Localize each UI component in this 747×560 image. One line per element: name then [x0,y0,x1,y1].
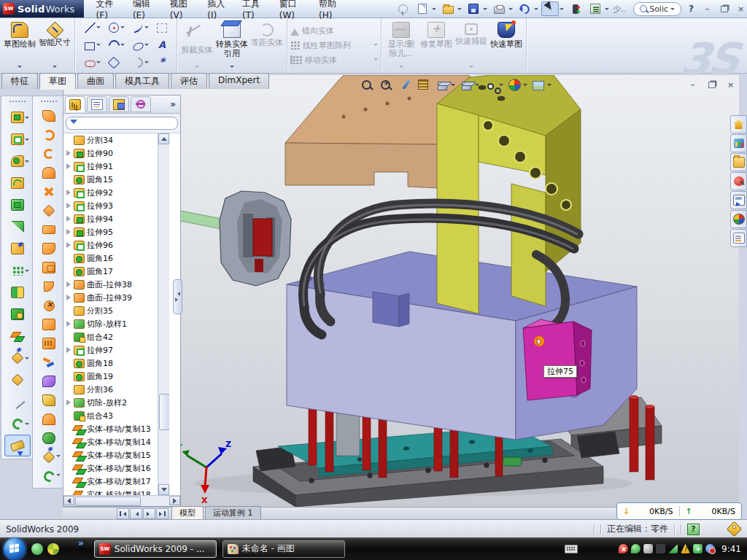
apply-scene-icon[interactable] [530,77,546,92]
panel-splitter[interactable] [173,279,182,314]
boundary-surface-icon[interactable] [36,182,62,201]
swept-surface-icon[interactable] [36,144,62,163]
tree-item[interactable]: 曲面-拉伸39 [63,291,169,304]
slot-tool[interactable] [78,55,101,71]
select-button[interactable] [541,1,559,16]
tree-item[interactable]: 拉伸94 [63,212,169,225]
extruded-cut-icon[interactable] [4,128,31,150]
tray-shield-plus-icon[interactable]: + [693,544,703,553]
expand-arrow-icon[interactable] [65,137,71,144]
app-restore-button[interactable] [718,4,730,14]
expand-arrow-icon[interactable] [65,203,71,209]
swept-boss-icon[interactable] [4,172,31,194]
tree-item[interactable]: 拉伸96 [63,238,169,252]
search-input[interactable]: Solic [649,4,668,14]
rapid-sketch-button[interactable]: 快速草图 [489,19,524,71]
extruded-surface-icon[interactable] [36,106,62,125]
rectangle-tool[interactable] [78,37,101,54]
custom-properties-tab[interactable] [730,229,747,247]
expand-arrow-icon[interactable] [65,439,71,446]
expand-arrow-icon[interactable] [65,268,71,275]
lofted-surface-icon[interactable] [36,163,62,182]
tree-horizontal-scrollbar[interactable] [63,495,180,506]
last-tab-button[interactable] [156,508,169,519]
split-icon[interactable] [4,281,31,303]
tree-item[interactable]: 拉伸90 [63,147,169,160]
expand-arrow-icon[interactable] [65,334,71,341]
taskbar-window-paint[interactable]: 未命名 - 画图 [222,540,345,558]
display-delete-relations-button[interactable]: 显示/删除几... [384,19,419,71]
boss-face-icon[interactable] [4,194,31,216]
motion-study-tab[interactable]: 运动算例 1 [205,506,261,520]
trim-surface-icon[interactable] [36,353,62,372]
tree-item[interactable]: 拉伸91 [63,160,169,173]
file-explorer-tab[interactable] [730,153,747,171]
arc-tool[interactable] [102,37,125,54]
tree-item[interactable]: 分割36 [63,383,169,396]
delete-face-icon[interactable] [36,296,62,315]
configuration-manager-tab[interactable] [109,96,129,112]
appearances-scenes-tab[interactable] [730,210,747,228]
expand-arrow-icon[interactable] [65,478,71,485]
tray-guard-icon[interactable] [631,544,640,553]
tree-item[interactable]: 实体-移动/复制17 [63,475,169,488]
view-orientation-icon[interactable] [458,77,474,92]
expand-arrow-icon[interactable] [65,321,71,327]
magnified-selection-icon[interactable] [396,77,412,92]
expand-arrow-icon[interactable] [65,386,71,393]
expand-arrow-icon[interactable] [65,295,71,301]
tree-item[interactable]: 组合43 [63,409,169,422]
part-magenta-block[interactable] [523,319,592,400]
expand-arrow-icon[interactable] [65,426,71,432]
solidworks-resources-tab[interactable] [730,115,747,133]
expand-arrow-icon[interactable] [65,373,71,380]
view-palette-tab[interactable] [730,191,747,209]
menu-item[interactable]: 插入(I) [201,0,236,23]
expand-arrow-icon[interactable] [65,150,71,157]
tree-item[interactable]: 圆角17 [63,265,169,278]
tree-item[interactable]: 实体-移动/复制15 [63,448,169,462]
tab-mold-tools[interactable]: 模具工具 [115,73,169,89]
expand-arrow-icon[interactable] [65,400,71,406]
panel-overflow-chevron[interactable]: » [170,99,179,109]
tree-item[interactable]: 拉伸93 [63,199,169,212]
help-button[interactable]: ? [689,4,694,14]
surface-sparkle-icon[interactable] [36,448,62,467]
quick-launch-chevron[interactable]: » [78,538,84,548]
next-tab-button[interactable] [143,508,155,519]
model-tab[interactable]: 模型 [171,506,204,520]
tab-sketch[interactable]: 草图 [39,73,76,89]
property-manager-tab[interactable] [87,96,107,112]
reference-axis-icon[interactable] [4,391,31,413]
expand-arrow-icon[interactable] [65,190,71,196]
tab-dimxpert[interactable]: DimXpert [209,73,269,89]
expand-arrow-icon[interactable] [65,229,71,236]
mirror-entities-button[interactable]: 镜向实体 [290,24,378,37]
tree-item[interactable]: 实体-移动/复制16 [63,462,169,475]
rebuild-button[interactable] [567,1,584,16]
untrim-surface-icon[interactable] [36,372,62,391]
planar-surface-icon[interactable] [36,201,62,220]
menu-item[interactable]: 文件(F) [90,0,126,23]
move-copy-body-icon[interactable] [4,325,31,347]
combine-icon[interactable] [4,303,31,325]
display-style-icon[interactable] [434,77,450,92]
undo-button[interactable] [516,1,533,16]
tree-item[interactable]: 切除-放样2 [63,396,169,409]
sketch-button[interactable]: 草图绘制 [2,19,37,71]
options-button[interactable] [587,1,604,16]
fillet-icon[interactable] [4,150,31,172]
menu-item[interactable]: 工具(T) [236,0,273,23]
hole-wizard-icon[interactable] [4,238,31,260]
expand-arrow-icon[interactable] [65,216,71,222]
repair-sketch-button[interactable]: 修复草图 [419,19,454,71]
reference-plane-icon[interactable] [4,369,31,391]
app-minimize-button[interactable]: – [701,4,713,14]
dimxpert-manager-tab[interactable] [131,96,151,112]
start-button[interactable] [4,538,26,560]
app-close-button[interactable]: × [735,4,747,14]
green-pin[interactable] [503,457,522,466]
extruded-boss-icon[interactable] [4,106,31,128]
tree-item[interactable]: 切除-放样1 [63,317,169,330]
tree-item[interactable]: 实体-移动/复制14 [63,435,169,448]
